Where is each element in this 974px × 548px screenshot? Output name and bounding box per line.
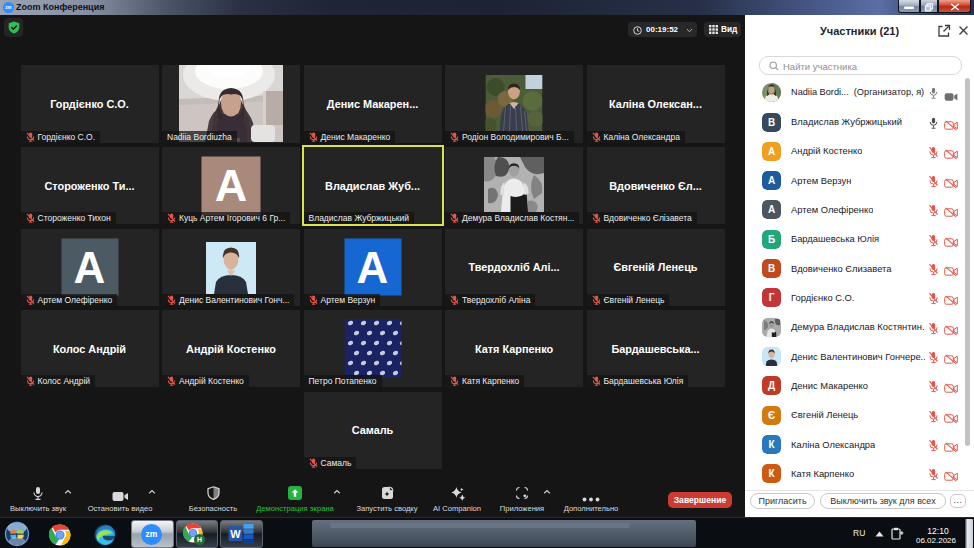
- svg-text:W: W: [230, 527, 241, 539]
